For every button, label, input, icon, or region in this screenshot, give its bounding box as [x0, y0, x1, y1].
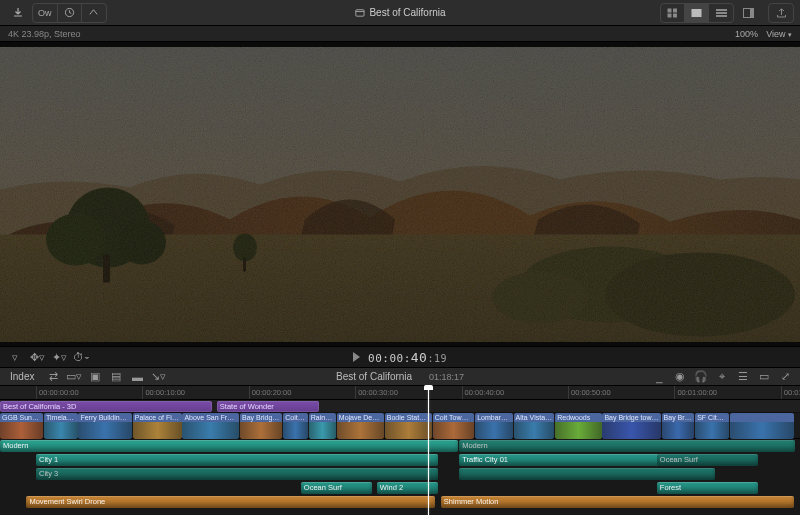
background-tasks-button[interactable]: [58, 4, 82, 22]
video-clip[interactable]: Bodie State Park: [385, 413, 432, 439]
clip-label: SF City…: [695, 413, 729, 422]
ruler[interactable]: 00:00:00:0000:00:10:0000:00:20:0000:00:3…: [0, 386, 800, 400]
video-clip[interactable]: Ferry Building Part 2: [78, 413, 132, 439]
grid-icon: [667, 8, 678, 18]
keyword-editor-button[interactable]: Ow: [33, 4, 58, 22]
clip-appearance-button[interactable]: ▭: [755, 369, 773, 385]
video-clip[interactable]: SF City…: [695, 413, 729, 439]
video-clip[interactable]: Coit Tower Sunset: [433, 413, 475, 439]
clip-thumbnail: [514, 422, 555, 439]
audio-lane[interactable]: Ocean SurfWind 2Forest: [0, 481, 800, 495]
audio-clip[interactable]: Ocean Surf: [657, 454, 759, 466]
audio-lane[interactable]: City 1Traffic City 01Ocean Surf: [0, 453, 800, 467]
fullscreen-button[interactable]: ⤢: [776, 369, 794, 385]
library-sidebar-button[interactable]: [661, 4, 685, 22]
video-clip[interactable]: Bay Bridge toward SF: [602, 413, 660, 439]
zoom-level[interactable]: 100%: [735, 29, 758, 39]
format-bar: 4K 23.98p, Stereo 100% View ▾: [0, 26, 800, 42]
connected-audio-lanes[interactable]: ModernModernCity 1Traffic City 01Ocean S…: [0, 439, 800, 509]
solo-button[interactable]: 🎧: [692, 369, 710, 385]
trim-tool[interactable]: ⇄: [44, 369, 62, 385]
video-clip[interactable]: Coit To…: [283, 413, 308, 439]
clip-thumbnail: [602, 422, 660, 439]
audio-clip[interactable]: City 1: [36, 454, 438, 466]
audio-clip[interactable]: Modern: [0, 440, 458, 452]
ruler-tick: 00:00:00:00: [36, 386, 79, 399]
audio-lane[interactable]: City 3: [0, 467, 800, 481]
video-clip[interactable]: Bay Bridge Sunset: [240, 413, 282, 439]
title-clip[interactable]: Best of California - 3D: [0, 401, 212, 412]
video-clip[interactable]: Above San Francisco: [182, 413, 239, 439]
audio-clip[interactable]: City 3: [36, 468, 438, 480]
svg-rect-1: [356, 10, 364, 16]
arrow-tool[interactable]: ↘▿: [149, 369, 167, 385]
timeline-header: Index ⇄ ▭▿ ▣ ▤ ▬ ↘▿ Best of California 0…: [0, 368, 800, 386]
clip-label: [730, 413, 794, 422]
video-clip[interactable]: Bay Bridge: [662, 413, 695, 439]
clip-thumbnail: [385, 422, 432, 439]
clip-thumbnail: [78, 422, 132, 439]
title-lane[interactable]: Best of California - 3DState of Wonder: [0, 400, 800, 413]
video-clip[interactable]: Rainbow: [309, 413, 336, 439]
retime-button[interactable]: ⏱▿: [72, 349, 90, 365]
svg-rect-7: [716, 9, 727, 11]
audio-lane[interactable]: Movement Swirl DroneShimmer Motion: [0, 495, 800, 509]
lane-toggle-button[interactable]: ☰: [734, 369, 752, 385]
timeline[interactable]: 00:00:00:0000:00:10:0000:00:20:0000:00:3…: [0, 386, 800, 515]
audio-skimming-button[interactable]: ◉: [671, 369, 689, 385]
audio-clip[interactable]: Modern: [459, 440, 795, 452]
overwrite-tool[interactable]: ▬: [128, 369, 146, 385]
skimming-button[interactable]: ⎯: [650, 369, 668, 385]
clip-label: Redwoods: [555, 413, 601, 422]
clip-thumbnail: [283, 422, 308, 439]
audio-clip[interactable]: Ocean Surf: [301, 482, 372, 494]
browser-button[interactable]: [685, 4, 709, 22]
video-clip[interactable]: [730, 413, 794, 439]
clip-label: Bay Bridge: [662, 413, 695, 422]
timeline-button[interactable]: [709, 4, 733, 22]
snapping-button[interactable]: ⌖: [713, 369, 731, 385]
clip-label: Mojave Desert: [337, 413, 384, 422]
append-tool[interactable]: ▤: [107, 369, 125, 385]
audio-clip[interactable]: [459, 468, 715, 480]
timeline-index-button[interactable]: Index: [6, 371, 38, 382]
svg-rect-4: [668, 13, 672, 17]
video-clip[interactable]: Timelapse GGB: [44, 413, 78, 439]
import-button[interactable]: [6, 4, 30, 22]
insert-tool[interactable]: ▣: [86, 369, 104, 385]
play-button[interactable]: [353, 352, 360, 362]
video-clip[interactable]: Palace of Fine Arts: [133, 413, 182, 439]
enhance-button[interactable]: ✦▿: [50, 349, 68, 365]
rows-icon: [716, 8, 727, 18]
timecode-display[interactable]: 00:00:40:19: [368, 350, 447, 365]
onscreen-controls-button[interactable]: ▿: [6, 349, 24, 365]
clip-thumbnail: [695, 422, 729, 439]
audio-clip[interactable]: Forest: [657, 482, 759, 494]
share-icon: [88, 7, 99, 18]
audio-lane[interactable]: ModernModern: [0, 439, 800, 453]
audio-clip[interactable]: Movement Swirl Drone: [26, 496, 435, 508]
clip-thumbnail: [662, 422, 695, 439]
share-button[interactable]: [82, 4, 106, 22]
inspector-button[interactable]: [736, 4, 760, 22]
ruler-tick: 00:01:10:00: [781, 386, 800, 399]
ruler-tick: 00:00:40:00: [462, 386, 505, 399]
clock-icon: [64, 7, 75, 18]
project-title: Best of California: [369, 7, 445, 18]
connect-tool[interactable]: ▭▿: [65, 369, 83, 385]
svg-rect-23: [0, 47, 800, 342]
share-destination-button[interactable]: [769, 4, 793, 22]
video-clip[interactable]: GGB Sunset: [0, 413, 43, 439]
video-clip[interactable]: Mojave Desert: [337, 413, 384, 439]
video-clip[interactable]: Alta Vista Park: [514, 413, 555, 439]
export-icon: [776, 8, 787, 18]
clip-label: Coit To…: [283, 413, 308, 422]
view-menu[interactable]: View ▾: [766, 29, 792, 39]
video-clip[interactable]: Redwoods: [555, 413, 601, 439]
audio-clip[interactable]: Shimmer Motion: [441, 496, 795, 508]
title-clip[interactable]: State of Wonder: [217, 401, 319, 412]
transform-button[interactable]: ✥▿: [28, 349, 46, 365]
primary-storyline[interactable]: GGB SunsetTimelapse GGBFerry Building Pa…: [0, 413, 800, 439]
audio-clip[interactable]: Wind 2: [377, 482, 439, 494]
video-clip[interactable]: Lombard St: [475, 413, 513, 439]
